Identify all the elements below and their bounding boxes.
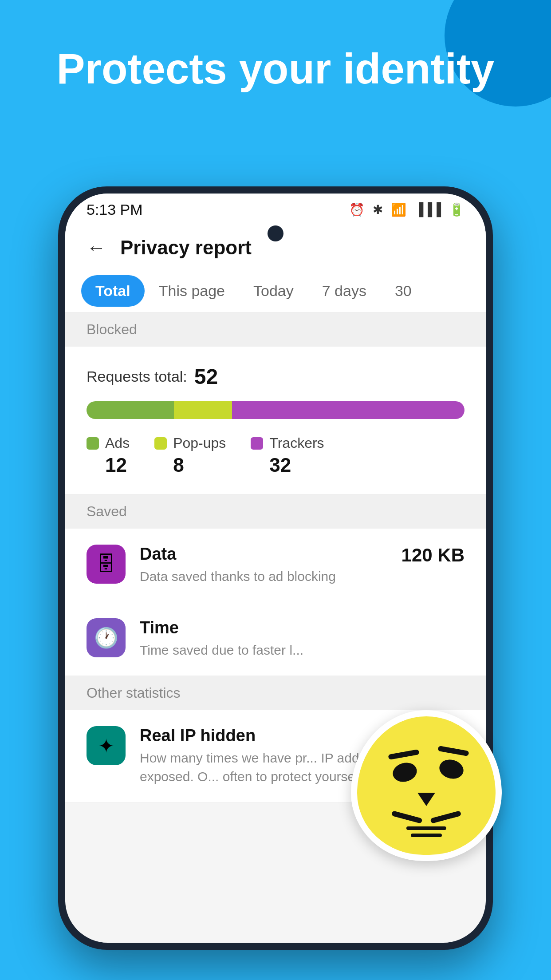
popups-value: 8: [173, 454, 226, 476]
requests-count: 52: [194, 364, 218, 389]
mouth-left: [391, 810, 423, 824]
blocked-progress-bar: [87, 401, 464, 419]
phone-frame: 5:13 PM ⏰ ✱ 📶 ▐▐▐ 🔋 ← Privacy report Tot…: [58, 186, 493, 950]
popups-label: Pop-ups: [173, 435, 226, 451]
face-bottom: [391, 793, 462, 824]
data-item-desc: Data saved thanks to ad blocking: [140, 567, 387, 586]
trackers-value: 32: [269, 454, 324, 476]
time-icon: 🕐: [87, 618, 126, 657]
status-icons: ⏰ ✱ 📶 ▐▐▐ 🔋: [349, 202, 464, 217]
data-item-title: Data: [140, 545, 387, 564]
data-item-content: Data Data saved thanks to ad blocking: [140, 545, 387, 586]
chin-line-2: [411, 834, 442, 837]
eyebrow-right: [437, 746, 469, 756]
status-time: 5:13 PM: [87, 201, 143, 218]
hero-title: Protects your identity: [0, 44, 551, 93]
tab-30-days[interactable]: 30: [381, 275, 426, 307]
sticker-face: [351, 710, 502, 861]
trackers-label: Trackers: [269, 435, 324, 451]
wifi-icon: 📶: [391, 202, 406, 217]
saved-section-header: Saved: [65, 494, 486, 529]
chin-line-1: [406, 826, 446, 830]
tab-7-days[interactable]: 7 days: [308, 275, 381, 307]
trackers-dot: [251, 437, 263, 450]
sticker: [351, 710, 520, 879]
requests-line: Requests total: 52: [87, 364, 464, 389]
blocked-section-header: Blocked: [65, 312, 486, 347]
other-stats-header: Other statistics: [65, 676, 486, 710]
eye-left: [391, 760, 419, 785]
requests-label: Requests total:: [87, 368, 187, 385]
ads-segment: [87, 401, 174, 419]
legend-ads: Ads 12: [87, 435, 130, 476]
chin-lines: [386, 826, 466, 837]
nose: [417, 793, 435, 806]
camera-notch: [268, 225, 283, 241]
bluetooth-icon: ✱: [373, 202, 383, 217]
tab-this-page[interactable]: This page: [145, 275, 239, 307]
ads-value: 12: [105, 454, 130, 476]
tab-today[interactable]: Today: [239, 275, 308, 307]
blocked-content: Requests total: 52 Ads 12: [65, 347, 486, 494]
popups-dot: [154, 437, 167, 450]
page-title: Privacy report: [120, 237, 252, 259]
eye-right: [437, 757, 466, 782]
face-inner: [357, 716, 496, 855]
data-icon: 🗄: [87, 545, 126, 584]
back-button[interactable]: ←: [87, 237, 106, 259]
tab-total[interactable]: Total: [81, 275, 145, 307]
time-item-title: Time: [140, 618, 464, 637]
tab-bar: Total This page Today 7 days 30: [65, 270, 486, 312]
ads-label: Ads: [105, 435, 130, 451]
mouth-right: [430, 810, 461, 824]
time-saved-item: 🕐 Time Time saved due to faster l...: [65, 602, 486, 676]
data-item-value: 120 KB: [401, 545, 464, 566]
time-item-desc: Time saved due to faster l...: [140, 641, 464, 660]
legend-popups: Pop-ups 8: [154, 435, 226, 476]
share-icon: ✦: [87, 726, 126, 765]
time-item-content: Time Time saved due to faster l...: [140, 618, 464, 660]
status-bar: 5:13 PM ⏰ ✱ 📶 ▐▐▐ 🔋: [65, 194, 486, 225]
trackers-segment: [232, 401, 464, 419]
popups-segment: [174, 401, 232, 419]
data-saved-item: 🗄 Data Data saved thanks to ad blocking …: [65, 529, 486, 602]
chart-legend: Ads 12 Pop-ups 8 Trackers 32: [87, 435, 464, 476]
alarm-icon: ⏰: [349, 202, 365, 217]
eyebrow-left: [388, 749, 419, 760]
legend-trackers: Trackers 32: [251, 435, 324, 476]
signal-icon: ▐▐▐: [414, 202, 441, 217]
battery-icon: 🔋: [449, 202, 464, 217]
ads-dot: [87, 437, 99, 450]
